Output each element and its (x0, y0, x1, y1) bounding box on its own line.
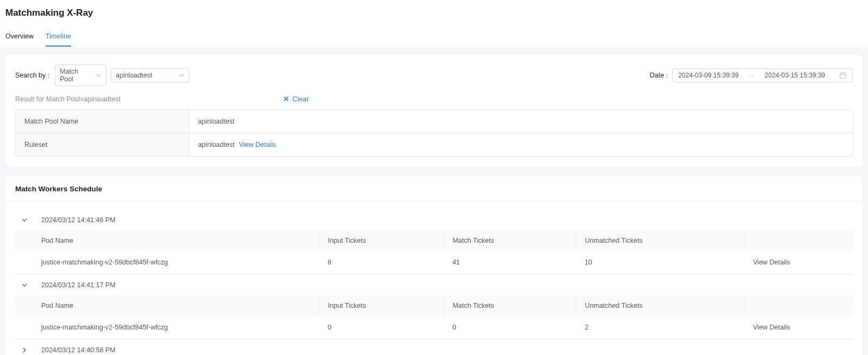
matchpool-name-label: Match Pool Name (16, 110, 189, 133)
result-text: Result for Match Pool=apinloadtest (15, 95, 120, 103)
col-unmatched-tickets: Unmatched Tickets (576, 230, 744, 251)
clear-button[interactable]: ✕ Clear (283, 95, 309, 103)
pool-info-table: Match Pool Name apinloadtest Ruleset api… (15, 109, 853, 157)
ruleset-view-details-link[interactable]: View Details (239, 141, 276, 149)
col-actions (744, 295, 853, 316)
view-details-link[interactable]: View Details (744, 316, 853, 339)
matchpool-name-value: apinloadtest (189, 110, 852, 133)
search-field-value: Match Pool (60, 68, 91, 83)
calendar-icon (839, 72, 847, 79)
chevron-down-icon (21, 283, 28, 287)
search-field-select[interactable]: Match Pool (55, 64, 106, 86)
schedule-timestamp: 2024/03/12 14:41:46 PM (41, 216, 116, 224)
search-by-label: Search by : (15, 72, 49, 79)
search-left: Search by : Match Pool apinloadtest (15, 64, 189, 86)
table-row: justice-matchmaking-v2-59dbcf845f-wfczg0… (15, 316, 853, 339)
ruleset-value: apinloadtest View Details (189, 133, 852, 156)
date-label: Date : (650, 72, 668, 79)
schedule-table: Pod NameInput TicketsMatch TicketsUnmatc… (15, 295, 853, 339)
date-filter: Date : 2024-03-09 15:39:39 → 2024-03-15 … (650, 68, 853, 82)
info-row-matchpool: Match Pool Name apinloadtest (16, 110, 852, 133)
chevron-down-icon (96, 74, 101, 77)
tabs: Overview Timeline (5, 28, 863, 47)
cell-unmatched-tickets: 2 (576, 316, 744, 339)
schedule-timestamp: 2024/03/12 14:40:58 PM (41, 346, 116, 354)
cell-pod-name: justice-matchmaking-v2-59dbcf845f-wfczg (15, 316, 319, 339)
view-details-link[interactable]: View Details (744, 251, 853, 274)
schedule-group: 2024/03/12 14:41:46 PMPod NameInput Tick… (15, 210, 853, 275)
chevron-down-icon (21, 218, 28, 222)
page-header: Matchmaking X-Ray Overview Timeline (0, 0, 868, 47)
schedule-group: 2024/03/12 14:40:58 PM (15, 340, 853, 355)
cell-unmatched-tickets: 10 (576, 251, 744, 274)
col-pod-name: Pod Name (15, 230, 319, 251)
svg-rect-0 (840, 73, 846, 79)
col-input-tickets: Input Tickets (319, 295, 444, 316)
chevron-right-icon (21, 347, 28, 353)
schedule-timestamp: 2024/03/12 14:41:17 PM (41, 281, 116, 289)
search-card: Search by : Match Pool apinloadtest Date… (5, 55, 863, 166)
cell-pod-name: justice-matchmaking-v2-59dbcf845f-wfczg (15, 251, 319, 274)
schedule-group-header[interactable]: 2024/03/12 14:40:58 PM (15, 340, 853, 355)
result-row: Result for Match Pool=apinloadtest ✕ Cle… (15, 95, 853, 103)
col-match-tickets: Match Tickets (444, 230, 576, 251)
close-icon: ✕ (283, 95, 289, 103)
schedule-group: 2024/03/12 14:41:17 PMPod NameInput Tick… (15, 275, 853, 340)
cell-input-tickets: 0 (319, 316, 444, 339)
date-to: 2024-03-15 15:39:39 (765, 72, 825, 79)
col-unmatched-tickets: Unmatched Tickets (576, 295, 744, 316)
date-range-picker[interactable]: 2024-03-09 15:39:39 → 2024-03-15 15:39:3… (672, 68, 853, 82)
col-actions (744, 230, 853, 251)
table-row: justice-matchmaking-v2-59dbcf845f-wfczg8… (15, 251, 853, 274)
schedule-body: 2024/03/12 14:41:46 PMPod NameInput Tick… (5, 201, 863, 355)
col-pod-name: Pod Name (15, 295, 319, 316)
schedule-title: Match Workers Schedule (15, 185, 853, 193)
schedule-table: Pod NameInput TicketsMatch TicketsUnmatc… (15, 230, 853, 274)
schedule-group-header[interactable]: 2024/03/12 14:41:17 PM (15, 275, 853, 295)
chevron-down-icon (179, 74, 184, 77)
col-input-tickets: Input Tickets (319, 230, 444, 251)
schedule-card: Match Workers Schedule 2024/03/12 14:41:… (5, 176, 863, 355)
cell-match-tickets: 0 (444, 316, 576, 339)
tab-timeline[interactable]: Timeline (46, 28, 71, 47)
tab-overview[interactable]: Overview (5, 28, 34, 47)
content-area: Search by : Match Pool apinloadtest Date… (0, 47, 868, 355)
cell-match-tickets: 41 (444, 251, 576, 274)
schedule-header: Match Workers Schedule (5, 176, 863, 201)
col-match-tickets: Match Tickets (444, 295, 576, 316)
search-row: Search by : Match Pool apinloadtest Date… (15, 64, 853, 86)
ruleset-label: Ruleset (16, 133, 189, 156)
schedule-group-header[interactable]: 2024/03/12 14:41:46 PM (15, 210, 853, 230)
date-from: 2024-03-09 15:39:39 (678, 72, 738, 79)
search-value-select[interactable]: apinloadtest (111, 68, 189, 82)
search-value: apinloadtest (116, 72, 152, 79)
clear-label: Clear (292, 95, 309, 103)
cell-input-tickets: 8 (319, 251, 444, 274)
arrow-right-icon: → (749, 72, 755, 79)
page-title: Matchmaking X-Ray (5, 8, 863, 18)
info-row-ruleset: Ruleset apinloadtest View Details (16, 133, 852, 156)
